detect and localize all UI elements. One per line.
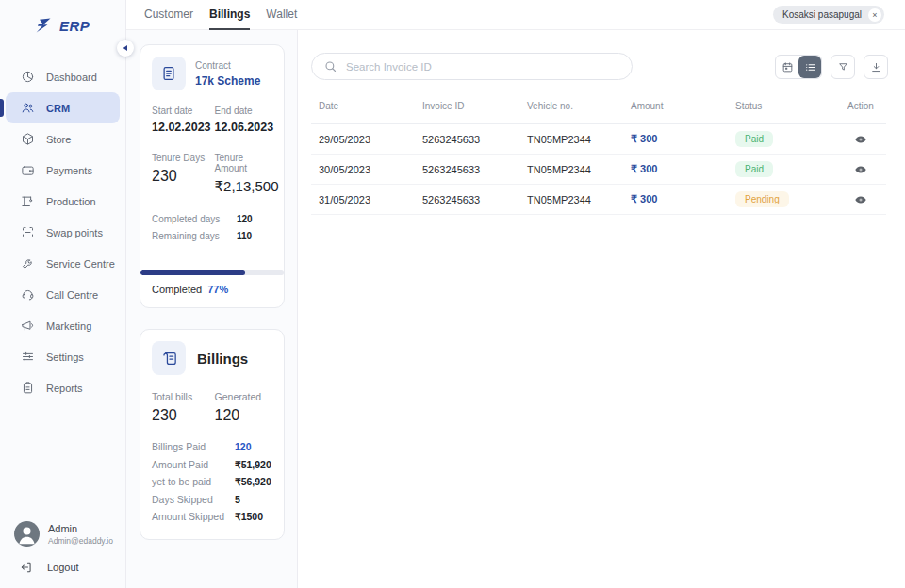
sidebar-item-dashboard[interactable]: Dashboard [0, 61, 125, 92]
search-input[interactable] [346, 61, 620, 73]
tenure-days-label: Tenure Days [152, 153, 215, 163]
erp-app: ERP Dashboard CRM Store Payments [0, 0, 905, 588]
yet-to-be-paid-value: ₹56,920 [235, 473, 272, 491]
generated-value: 120 [215, 407, 272, 424]
view-invoice-button[interactable] [854, 133, 867, 146]
cell-amount: ₹ 300 [631, 193, 735, 205]
sidebar-item-label: Store [46, 134, 71, 145]
sidebar-item-label: Reports [46, 383, 83, 394]
tab-billings[interactable]: Billings [209, 0, 250, 30]
dashboard-icon [21, 70, 35, 84]
cell-vehicle-no: TN05MP2344 [527, 134, 631, 145]
customer-chip-label: Kosaksi pasapugal [782, 9, 862, 20]
cell-amount: ₹ 300 [631, 133, 735, 145]
sidebar-item-swap-points[interactable]: Swap points [0, 217, 125, 248]
sidebar: ERP Dashboard CRM Store Payments [0, 0, 126, 588]
amount-skipped-label: Amount Skipped [152, 508, 235, 526]
sidebar-item-store[interactable]: Store [0, 123, 125, 155]
tab-wallet[interactable]: Wallet [266, 0, 297, 30]
billing-row: Amount Paid ₹51,920 [152, 456, 272, 474]
cell-date: 30/05/2023 [319, 164, 422, 175]
logout-button[interactable]: Logout [20, 561, 79, 574]
sidebar-item-label: Service Centre [46, 258, 115, 270]
view-invoice-button[interactable] [854, 193, 867, 206]
sidebar-item-marketing[interactable]: Marketing [0, 310, 125, 341]
view-switcher [775, 55, 822, 79]
sidebar-item-crm[interactable]: CRM [6, 92, 120, 123]
contract-scheme: 17k Scheme [195, 74, 260, 88]
chevron-left-icon [122, 44, 129, 52]
amount-paid-value: ₹51,920 [235, 456, 272, 474]
col-vehicle-no: Vehicle no. [527, 101, 631, 111]
service-centre-icon [21, 256, 35, 270]
sidebar-item-settings[interactable]: Settings [0, 341, 125, 372]
status-badge: Paid [735, 131, 773, 147]
sidebar-item-label: Swap points [46, 227, 103, 238]
cell-date: 29/05/2023 [319, 134, 422, 145]
invoice-table: Date Invoice ID Vehicle no. Amount Statu… [311, 101, 886, 215]
list-view-button[interactable] [798, 56, 821, 78]
contract-icon [152, 57, 186, 90]
tab-customer[interactable]: Customer [144, 0, 193, 30]
payments-icon [21, 163, 35, 177]
download-icon [870, 61, 882, 74]
billing-row: yet to be paid ₹56,920 [152, 473, 272, 491]
table-header: Date Invoice ID Vehicle no. Amount Statu… [311, 101, 886, 124]
sidebar-item-label: Production [46, 196, 96, 207]
close-icon[interactable]: × [868, 8, 881, 22]
total-bills-value: 230 [152, 407, 215, 424]
status-badge: Paid [735, 161, 773, 177]
days-skipped-value: 5 [235, 491, 240, 509]
sidebar-item-payments[interactable]: Payments [0, 155, 125, 186]
marketing-icon [21, 318, 35, 333]
billings-title: Billings [197, 351, 248, 367]
amount-paid-label: Amount Paid [152, 456, 235, 474]
search-bar [311, 53, 633, 80]
logout-label: Logout [47, 562, 79, 573]
completed-days-value: 120 [237, 211, 253, 228]
progress-label: Completed [152, 284, 202, 295]
sidebar-collapse-toggle[interactable] [117, 40, 134, 57]
avatar [14, 521, 40, 547]
cell-date: 31/05/2023 [319, 194, 422, 205]
billings-icon [152, 341, 186, 375]
remaining-days-value: 110 [237, 228, 252, 245]
cell-invoice-id: 5263245633 [422, 164, 527, 175]
tenure-amount-value: ₹2,13,500 [215, 178, 272, 195]
progress-value: 77% [207, 284, 228, 295]
remaining-days-label: Remaining days [152, 228, 237, 245]
sidebar-item-service-centre[interactable]: Service Centre [0, 248, 125, 279]
reports-icon [21, 381, 35, 395]
cell-invoice-id: 5263245633 [422, 194, 527, 205]
start-date-label: Start date [152, 106, 215, 116]
col-amount: Amount [631, 101, 735, 111]
cell-vehicle-no: TN05MP2344 [527, 164, 631, 175]
sidebar-item-call-centre[interactable]: Call Centre [0, 279, 125, 310]
sidebar-item-reports[interactable]: Reports [0, 372, 125, 403]
end-date-value: 12.06.2023 [215, 121, 272, 134]
download-button[interactable] [864, 55, 888, 79]
contract-card: Contract 17k Scheme Start date 12.02.202… [140, 44, 285, 308]
start-date-value: 12.02.2023 [152, 121, 215, 134]
sidebar-item-label: Payments [46, 165, 92, 176]
search-icon [323, 59, 337, 74]
user-profile[interactable]: Admin Admin@edaddy.io [14, 521, 113, 547]
cell-vehicle-no: TN05MP2344 [527, 194, 631, 205]
logout-icon [20, 561, 33, 574]
tenure-amount-label: Tenure Amount [215, 153, 272, 173]
days-skipped-label: Days Skipped [152, 491, 235, 509]
brand-name: ERP [59, 18, 90, 34]
table-row: 30/05/2023 5263245633 TN05MP2344 ₹ 300 P… [311, 155, 886, 185]
brand: ERP [0, 0, 125, 35]
user-email: Admin@edaddy.io [48, 536, 113, 546]
production-icon [21, 194, 35, 208]
billing-row: Days Skipped 5 [152, 491, 272, 509]
view-invoice-button[interactable] [854, 163, 867, 176]
list-icon [804, 61, 816, 74]
table-toolbar [775, 55, 888, 79]
calendar-icon [782, 61, 794, 74]
calendar-view-button[interactable] [776, 56, 798, 78]
contract-label: Contract [195, 60, 260, 71]
sidebar-item-production[interactable]: Production [0, 186, 125, 217]
filter-button[interactable] [831, 55, 855, 79]
